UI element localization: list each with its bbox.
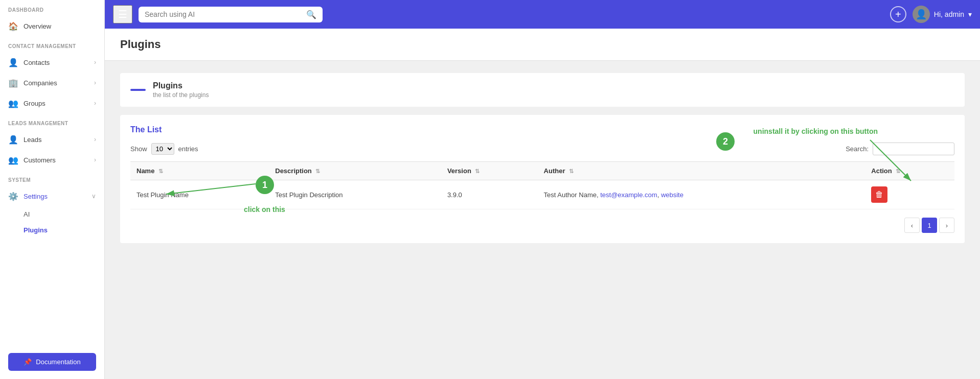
content-area: Plugins Plugins the list of the plugins … — [105, 29, 980, 379]
sidebar-section-leads-management: LEADS MANAGEMENT 👤 Leads › 👥 Customers › — [0, 113, 104, 170]
table-controls: Show 10 25 50 entries Search: — [130, 143, 954, 155]
prev-page-button[interactable]: ‹ — [904, 218, 920, 233]
col-description[interactable]: Description ⇅ — [269, 162, 441, 180]
table-search: Search: — [846, 143, 954, 155]
content-body: Plugins the list of the plugins The List… — [105, 61, 980, 255]
sidebar: DASHBOARD 🏠 Overview CONTACT MANAGEMENT … — [0, 0, 105, 379]
sidebar-sub-item-ai[interactable]: AI — [0, 206, 104, 222]
page-title: Plugins — [120, 38, 161, 51]
search-bar[interactable]: 🔍 — [139, 7, 323, 22]
uninstall-button[interactable]: 🗑 — [871, 186, 887, 203]
sidebar-item-label: Groups — [24, 100, 94, 107]
sort-icon: ⇅ — [475, 168, 480, 174]
username-label: Hi, admin — [934, 10, 964, 18]
cell-name: Test Plugin Name — [130, 180, 269, 209]
section-subtitle: the list of the plugins — [153, 91, 209, 99]
sort-icon: ⇅ — [158, 168, 163, 174]
chevron-right-icon: › — [94, 79, 96, 86]
doc-button-label: Documentation — [36, 358, 80, 366]
topbar-right: + 👤 Hi, admin ▾ — [890, 6, 972, 23]
sort-icon: ⇅ — [315, 168, 320, 174]
search-input[interactable] — [145, 10, 302, 18]
sidebar-item-label: Overview — [24, 22, 96, 30]
plugins-label: Plugins — [24, 226, 48, 234]
section-bar-decoration — [130, 89, 146, 91]
section-label-dashboard: DASHBOARD — [0, 0, 104, 16]
sidebar-sub-item-plugins[interactable]: Plugins — [0, 222, 104, 238]
dropdown-icon: ▾ — [968, 10, 972, 18]
show-label: Show — [130, 145, 147, 153]
ai-label: AI — [24, 210, 30, 218]
cell-description: Test Plugin Description — [269, 180, 441, 209]
section-header-text: Plugins the list of the plugins — [153, 81, 209, 99]
user-menu[interactable]: 👤 Hi, admin ▾ — [913, 6, 972, 23]
col-version[interactable]: Version ⇅ — [441, 162, 538, 180]
groups-icon: 👥 — [8, 98, 18, 108]
companies-icon: 🏢 — [8, 78, 18, 88]
sidebar-item-label: Leads — [24, 136, 94, 144]
table-top-bar: The List — [130, 125, 954, 134]
sidebar-section-contact-management: CONTACT MANAGEMENT 👤 Contacts › 🏢 Compan… — [0, 36, 104, 113]
entries-select[interactable]: 10 25 50 — [151, 143, 174, 155]
col-action[interactable]: Action ⇅ — [865, 162, 954, 180]
table-row: Test Plugin Name Test Plugin Description… — [130, 180, 954, 209]
entries-label: entries — [178, 145, 198, 153]
sort-icon: ⇅ — [569, 168, 574, 174]
avatar: 👤 — [913, 6, 930, 23]
search-icon: 🔍 — [306, 10, 316, 19]
sidebar-footer: 📌 Documentation — [0, 345, 104, 379]
col-name[interactable]: Name ⇅ — [130, 162, 269, 180]
table-card: The List Show 10 25 50 entries Search: — [120, 115, 965, 243]
chevron-right-icon: › — [94, 136, 96, 143]
section-header: Plugins the list of the plugins — [120, 73, 965, 107]
auther-sep: , — [657, 191, 661, 199]
col-auther[interactable]: Auther ⇅ — [538, 162, 865, 180]
auther-website-link[interactable]: website — [661, 191, 683, 199]
leads-icon: 👤 — [8, 134, 18, 145]
section-label-system: SYSTEM — [0, 170, 104, 186]
next-page-button[interactable]: › — [939, 218, 954, 233]
section-label-leads: LEADS MANAGEMENT — [0, 113, 104, 129]
section-title: Plugins — [153, 81, 209, 90]
auther-email-link[interactable]: test@example.com — [600, 191, 657, 199]
show-entries: Show 10 25 50 entries — [130, 143, 198, 155]
hamburger-button[interactable]: ☰ — [113, 5, 132, 23]
sidebar-item-companies[interactable]: 🏢 Companies › — [0, 73, 104, 93]
table-search-input[interactable] — [873, 143, 954, 155]
documentation-button[interactable]: 📌 Documentation — [8, 353, 96, 371]
topbar: ☰ 🔍 + 👤 Hi, admin ▾ — [105, 0, 980, 29]
sort-icon: ⇅ — [896, 168, 900, 174]
pagination: ‹ 1 › — [130, 218, 954, 233]
list-title: The List — [130, 125, 954, 134]
auther-text: Test Author Name, — [544, 191, 601, 199]
sidebar-item-label: Companies — [24, 79, 94, 87]
plugins-table: Name ⇅ Description ⇅ Version ⇅ — [130, 161, 954, 209]
page-header: Plugins — [105, 29, 980, 61]
contact-icon: 👤 — [8, 57, 18, 67]
sidebar-section-dashboard: DASHBOARD 🏠 Overview — [0, 0, 104, 36]
sidebar-item-customers[interactable]: 👥 Customers › — [0, 150, 104, 170]
sidebar-item-label: Customers — [24, 156, 94, 164]
sidebar-item-contacts[interactable]: 👤 Contacts › — [0, 52, 104, 73]
page-1-button[interactable]: 1 — [922, 218, 937, 233]
chevron-right-icon: › — [94, 100, 96, 107]
sidebar-item-overview[interactable]: 🏠 Overview — [0, 16, 104, 36]
chevron-right-icon: › — [94, 156, 96, 163]
chevron-right-icon: › — [94, 59, 96, 66]
search-label: Search: — [846, 145, 869, 153]
settings-icon: ⚙️ — [8, 191, 18, 201]
add-button[interactable]: + — [890, 6, 906, 22]
cell-version: 3.9.0 — [441, 180, 538, 209]
section-label-contact: CONTACT MANAGEMENT — [0, 36, 104, 52]
home-icon: 🏠 — [8, 21, 18, 31]
doc-icon: 📌 — [24, 358, 32, 366]
sidebar-item-label: Settings — [24, 193, 92, 200]
sidebar-item-settings[interactable]: ⚙️ Settings ∨ — [0, 186, 104, 206]
sidebar-section-system: SYSTEM ⚙️ Settings ∨ AI Plugins — [0, 170, 104, 238]
chevron-down-icon: ∨ — [92, 193, 96, 200]
sidebar-item-groups[interactable]: 👥 Groups › — [0, 93, 104, 113]
customers-icon: 👥 — [8, 155, 18, 165]
main-area: ☰ 🔍 + 👤 Hi, admin ▾ Plugins Plugins — [105, 0, 980, 379]
cell-auther: Test Author Name, test@example.com, webs… — [538, 180, 865, 209]
sidebar-item-leads[interactable]: 👤 Leads › — [0, 129, 104, 150]
